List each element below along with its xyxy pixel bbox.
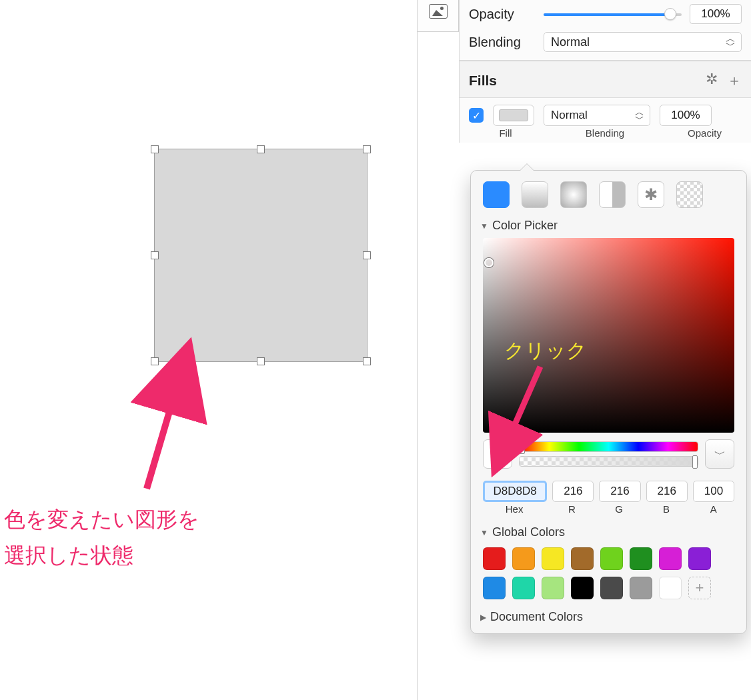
resize-handle-sw[interactable] — [151, 357, 159, 365]
triangle-down-icon: ▼ — [480, 221, 488, 231]
global-swatch[interactable] — [659, 547, 682, 570]
fill-sub-labels: Fill Blending Opacity — [460, 127, 751, 143]
a-input[interactable]: 100 — [693, 481, 734, 502]
g-input[interactable]: 216 — [599, 481, 640, 502]
fill-opacity-value[interactable]: 100% — [660, 105, 712, 126]
panel-divider[interactable] — [417, 0, 418, 700]
resize-handle-ne[interactable] — [363, 145, 371, 153]
sub-blend-label: Blending — [552, 127, 658, 139]
global-swatch[interactable] — [630, 547, 652, 570]
fill-type-row: ✱ — [471, 171, 746, 215]
blending-label: Blending — [469, 35, 544, 50]
opacity-slider[interactable] — [544, 7, 682, 21]
gear-icon[interactable]: ✲ — [706, 71, 718, 91]
image-icon — [429, 4, 448, 19]
b-label: B — [646, 503, 688, 515]
annotation-shape-selected: 色を変えたい図形を 選択した状態 — [4, 501, 199, 574]
global-colors-disclosure[interactable]: ▼ Global Colors — [471, 521, 746, 545]
global-swatch[interactable] — [600, 547, 623, 570]
sub-opacity-label: Opacity — [668, 127, 742, 139]
global-swatch[interactable] — [542, 547, 564, 570]
document-colors-label: Document Colors — [490, 610, 583, 624]
global-swatch[interactable] — [542, 577, 564, 599]
global-colors-label: Global Colors — [492, 525, 565, 539]
chevron-down-icon: ﹀ — [714, 447, 726, 462]
color-options-button[interactable]: ﹀ — [705, 439, 734, 469]
opacity-value[interactable]: 100% — [690, 4, 742, 24]
eyedropper-button[interactable] — [483, 439, 512, 469]
g-label: G — [598, 503, 640, 515]
global-swatches: + — [471, 545, 746, 606]
canvas[interactable] — [0, 0, 417, 700]
alpha-slider[interactable] — [519, 456, 698, 467]
fill-color-swatch[interactable] — [493, 105, 534, 126]
global-swatch[interactable] — [512, 577, 535, 599]
fill-type-solid[interactable] — [483, 181, 510, 208]
fill-type-linear-gradient[interactable] — [522, 181, 548, 208]
a-label: A — [692, 503, 734, 515]
fill-type-angular-gradient[interactable] — [599, 181, 626, 208]
fill-blend-select[interactable]: Normal ︿﹀ — [544, 105, 650, 126]
fills-title: Fills — [469, 73, 497, 89]
opacity-row: Opacity 100% — [460, 0, 751, 28]
fills-section-header: Fills ✲ ＋ — [460, 61, 751, 98]
document-colors-disclosure[interactable]: ▶ Document Colors — [471, 606, 746, 629]
r-label: R — [551, 503, 593, 515]
fill-type-radial-gradient[interactable] — [560, 181, 587, 208]
triangle-down-icon: ▼ — [480, 528, 488, 537]
b-input[interactable]: 216 — [646, 481, 688, 502]
global-swatch[interactable] — [571, 547, 594, 570]
add-global-color-button[interactable]: + — [688, 577, 711, 599]
color-picker-disclosure[interactable]: ▼ Color Picker — [471, 215, 746, 238]
eyedropper-icon — [490, 446, 506, 462]
resize-handle-n[interactable] — [257, 145, 265, 153]
resize-handle-s[interactable] — [257, 357, 265, 365]
fill-type-pattern[interactable]: ✱ — [638, 181, 664, 208]
fill-row: ✓ Normal ︿﹀ 100% — [460, 98, 751, 127]
global-swatch[interactable] — [512, 547, 535, 570]
hex-input[interactable]: D8D8D8 — [483, 481, 547, 502]
resize-handle-w[interactable] — [151, 251, 159, 259]
hue-slider[interactable] — [519, 441, 698, 452]
fill-blend-value: Normal — [551, 109, 588, 122]
resize-handle-se[interactable] — [363, 357, 371, 365]
global-swatch[interactable] — [600, 577, 623, 599]
triangle-right-icon: ▶ — [480, 613, 486, 622]
annotation-click: クリック — [504, 333, 587, 367]
resize-handle-e[interactable] — [363, 251, 371, 259]
global-swatch[interactable] — [483, 577, 506, 599]
thumbnail-strip — [418, 0, 459, 32]
color-field-cursor[interactable] — [484, 258, 494, 267]
r-input[interactable]: 216 — [552, 481, 594, 502]
sub-fill-label: Fill — [469, 127, 542, 139]
add-fill-button[interactable]: ＋ — [727, 71, 742, 91]
fill-enabled-checkbox[interactable]: ✓ — [469, 108, 484, 123]
inspector-panel: Opacity 100% Blending Normal ︿﹀ Fills ✲ … — [459, 0, 751, 143]
global-swatch[interactable] — [483, 547, 506, 570]
selected-rectangle[interactable] — [154, 149, 367, 362]
global-swatch[interactable] — [688, 547, 711, 570]
color-picker-label: Color Picker — [492, 219, 558, 233]
fill-type-noise[interactable] — [676, 181, 703, 208]
chevron-updown-icon: ︿﹀ — [635, 109, 644, 122]
chevron-updown-icon: ︿﹀ — [726, 35, 736, 49]
global-swatch[interactable] — [571, 577, 594, 599]
blending-row: Blending Normal ︿﹀ — [460, 28, 751, 56]
resize-handle-nw[interactable] — [151, 145, 159, 153]
color-popover: ✱ ▼ Color Picker ﹀ D8D8D8 216 216 216 10… — [470, 170, 747, 634]
global-swatch[interactable] — [659, 577, 682, 599]
blending-select[interactable]: Normal ︿﹀ — [544, 32, 742, 52]
hex-label: Hex — [483, 503, 546, 515]
blending-value: Normal — [551, 35, 590, 49]
opacity-label: Opacity — [469, 7, 544, 22]
global-swatch[interactable] — [630, 577, 652, 599]
